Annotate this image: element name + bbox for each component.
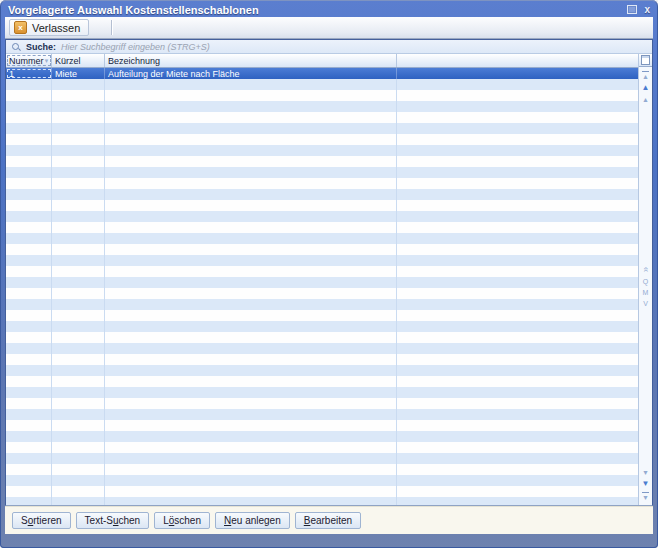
table-row[interactable] [6,332,638,343]
loeschen-button[interactable]: Löschen [154,512,210,529]
table-row[interactable] [6,409,638,420]
table-row[interactable] [6,222,638,233]
column-header-kuerzel[interactable]: Kürzel [52,54,105,67]
neu-anlegen-button[interactable]: Neu anlegen [215,512,290,529]
table-row[interactable] [6,442,638,453]
cell-blank [397,90,638,101]
close-icon[interactable]: x [644,5,650,15]
cell-bezeichnung [105,288,397,299]
cell-blank [397,189,638,200]
cell-nummer [6,398,52,409]
cell-nummer [6,288,52,299]
cell-kuerzel [52,123,105,134]
cell-blank [397,123,638,134]
table-row[interactable] [6,101,638,112]
verlassen-button[interactable]: x Verlassen [9,19,89,36]
table-row[interactable] [6,431,638,442]
table-row[interactable] [6,420,638,431]
cell-nummer [6,156,52,167]
toggle-view-icon[interactable]: V [643,300,648,307]
cell-kuerzel [52,409,105,420]
table-row[interactable] [6,475,638,486]
table-row[interactable] [6,453,638,464]
text-suchen-button[interactable]: Text-Suchen [76,512,150,529]
table-row[interactable] [6,112,638,123]
cell-blank [397,156,638,167]
table-row[interactable] [6,156,638,167]
cell-kuerzel [52,79,105,90]
collapse-columns-icon[interactable]: « [641,267,650,272]
scroll-up-icon[interactable]: ▲ [642,84,650,92]
table-row[interactable] [6,90,638,101]
cell-kuerzel [52,387,105,398]
cell-bezeichnung [105,398,397,409]
cell-bezeichnung [105,343,397,354]
column-chooser-button[interactable] [639,54,652,67]
table-row[interactable] [6,354,638,365]
cell-nummer [6,343,52,354]
page-up-icon[interactable]: ▲ [642,96,649,103]
table-row[interactable] [6,376,638,387]
cell-kuerzel [52,453,105,464]
cell-nummer [6,244,52,255]
cell-blank [397,68,638,79]
table-row[interactable] [6,79,638,90]
table-row[interactable] [6,398,638,409]
search-bar[interactable]: Suche: Hier Suchbegriff eingeben (STRG+S… [6,40,652,54]
column-header-nummer[interactable]: Nummer▼ [6,54,52,67]
column-header-blank[interactable] [397,54,638,67]
cell-nummer [6,420,52,431]
search-strip-icon[interactable]: Q [643,278,648,285]
table-row-selected[interactable]: 1MieteAufteilung der Miete nach Fläche [6,68,638,79]
table-row[interactable] [6,178,638,189]
cell-kuerzel [52,420,105,431]
table-row[interactable] [6,497,638,505]
bearbeiten-button[interactable]: Bearbeiten [295,512,361,529]
table-row[interactable] [6,123,638,134]
table-row[interactable] [6,486,638,497]
cell-kuerzel [52,288,105,299]
table-row[interactable] [6,321,638,332]
table-row[interactable] [6,134,638,145]
table-row[interactable] [6,288,638,299]
cell-nummer [6,255,52,266]
table-row[interactable] [6,464,638,475]
cell-bezeichnung [105,409,397,420]
table-row[interactable] [6,167,638,178]
table-row[interactable] [6,365,638,376]
scroll-down-icon[interactable]: ▼ [642,480,650,488]
table-row[interactable] [6,310,638,321]
table-row[interactable] [6,211,638,222]
cell-bezeichnung [105,497,397,505]
table-row[interactable] [6,387,638,398]
table-row[interactable] [6,299,638,310]
cell-bezeichnung [105,211,397,222]
sortieren-button[interactable]: Sortieren [12,512,71,529]
table-row[interactable] [6,200,638,211]
title-bar[interactable]: Vorgelagerte Auswahl Kostenstellenschabl… [0,0,658,17]
cell-kuerzel [52,112,105,123]
cell-blank [397,178,638,189]
restore-icon[interactable] [627,4,637,16]
cell-bezeichnung [105,233,397,244]
scroll-to-top-icon[interactable]: ▲ [642,71,649,80]
cell-blank [397,222,638,233]
table-row[interactable] [6,343,638,354]
marker-icon[interactable]: M [643,289,649,296]
table-row[interactable] [6,277,638,288]
footer-buttons: SortierenText-SuchenLöschenNeu anlegenBe… [12,512,361,529]
cell-nummer: 1 [6,68,52,79]
table-row[interactable] [6,255,638,266]
table-row[interactable] [6,244,638,255]
restore-glyph-icon [627,5,637,14]
scroll-to-bottom-icon[interactable]: ▼ [642,492,649,501]
cell-nummer [6,299,52,310]
table-row[interactable] [6,266,638,277]
table-row[interactable] [6,145,638,156]
page-down-icon[interactable]: ▼ [642,469,649,476]
table-row[interactable] [6,189,638,200]
cell-bezeichnung [105,431,397,442]
exit-icon: x [14,21,27,34]
column-header-bezeichnung[interactable]: Bezeichnung [105,54,397,67]
table-row[interactable] [6,233,638,244]
